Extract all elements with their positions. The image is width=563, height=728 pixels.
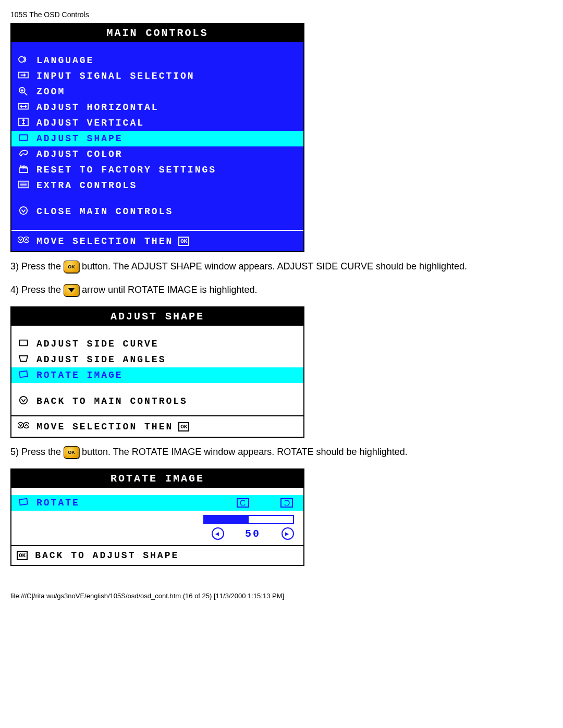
osd-title: ROTATE IMAGE (11, 470, 303, 488)
reset-icon (17, 164, 30, 176)
down-circle-icon (17, 396, 30, 408)
menu-item-rotate-image[interactable]: ROTATE IMAGE (11, 367, 303, 383)
svg-point-14 (18, 237, 23, 243)
osd-title: MAIN CONTROLS (11, 24, 303, 42)
menu-item-back[interactable]: BACK TO MAIN CONTROLS (11, 393, 303, 409)
zoom-icon (17, 86, 30, 98)
back-label: BACK TO ADJUST SHAPE (35, 550, 179, 561)
menu-item-label: ADJUST SIDE ANGLES (36, 354, 166, 365)
menu-item-label: INPUT SIGNAL SELECTION (36, 71, 195, 81)
shape-icon (17, 133, 30, 145)
page-header: 105S The OSD Controls (10, 10, 553, 19)
rotate-right-icon (280, 498, 293, 508)
menu-item-label: RESET TO FACTORY SETTINGS (36, 165, 216, 175)
extra-icon (17, 180, 30, 192)
svg-point-13 (20, 206, 27, 214)
ok-button-icon: OK (64, 446, 79, 459)
svg-point-19 (23, 423, 29, 428)
menu-item-label: EXTRA CONTROLS (36, 180, 137, 191)
osd-footer[interactable]: OK BACK TO ADJUST SHAPE (11, 545, 303, 565)
menu-item-rotate[interactable]: ROTATE (11, 495, 303, 511)
menu-item-label: ADJUST VERTICAL (36, 118, 144, 128)
vertical-icon (17, 117, 30, 129)
menu-item-extra-controls[interactable]: EXTRA CONTROLS (11, 178, 303, 193)
svg-rect-20 (19, 498, 28, 505)
menu-item-label: LANGUAGE (36, 55, 94, 66)
menu-item-side-angles[interactable]: ADJUST SIDE ANGLES (11, 352, 303, 367)
menu-item-label: ADJUST COLOR (36, 149, 123, 159)
menu-item-zoom[interactable]: ZOOM (11, 84, 303, 100)
sideangle-icon (17, 354, 30, 366)
increase-icon[interactable]: ▶ (282, 527, 294, 540)
step-3-text: 3) Press the OK button. The ADJUST SHAPE… (10, 260, 553, 274)
value-bar (203, 515, 294, 524)
svg-point-17 (20, 396, 27, 403)
sidecurve-icon (17, 338, 30, 350)
close-label: CLOSE MAIN CONTROLS (36, 206, 173, 217)
osd-title: ADJUST SHAPE (11, 307, 303, 326)
rotate-icon (17, 497, 30, 509)
down-circle-icon (17, 206, 30, 218)
menu-item-adjust-horizontal[interactable]: ADJUST HORIZONTAL (11, 100, 303, 115)
rotate-value: 50 (245, 528, 261, 540)
menu-item-close[interactable]: CLOSE MAIN CONTROLS (11, 204, 303, 219)
updown-icon (17, 235, 30, 247)
osd-footer: MOVE SELECTION THEN OK (11, 415, 303, 437)
step-5-text: 5) Press the OK button. The ROTATE IMAGE… (10, 445, 553, 459)
page-footer: file:///C|/rita wu/gs3noVE/english/105S/… (10, 592, 553, 600)
footer-text: MOVE SELECTION THEN (36, 236, 173, 246)
rotate-left-icon (237, 498, 249, 508)
updown-icon (17, 421, 30, 433)
menu-item-label: ADJUST HORIZONTAL (36, 102, 159, 113)
svg-line-3 (25, 92, 27, 95)
decrease-icon[interactable]: ◀ (212, 527, 224, 540)
menu-item-reset-factory[interactable]: RESET TO FACTORY SETTINGS (11, 162, 303, 178)
menu-item-label: ADJUST SIDE CURVE (36, 339, 159, 349)
menu-item-label: ROTATE (36, 498, 80, 508)
down-button-icon (64, 284, 79, 297)
rotate-image-osd: ROTATE IMAGE ROTATE ◀ 50 (10, 468, 304, 566)
menu-item-adjust-shape[interactable]: ADJUST SHAPE (11, 131, 303, 146)
ok-button-icon: OK (64, 261, 79, 273)
color-icon (17, 149, 30, 161)
menu-item-label: ROTATE IMAGE (36, 370, 123, 380)
input-icon (17, 70, 30, 82)
svg-point-15 (23, 237, 29, 243)
menu-item-adjust-vertical[interactable]: ADJUST VERTICAL (11, 115, 303, 131)
menu-item-language[interactable]: LANGUAGE (11, 53, 303, 68)
step-4-text: 4) Press the arrow until ROTATE IMAGE is… (10, 283, 553, 297)
svg-point-0 (19, 56, 25, 62)
svg-point-18 (18, 423, 23, 428)
menu-item-side-curve[interactable]: ADJUST SIDE CURVE (11, 336, 303, 352)
adjust-shape-osd: ADJUST SHAPE ADJUST SIDE CURVE ADJUST SI… (10, 306, 304, 438)
menu-item-label: ZOOM (36, 87, 65, 97)
language-icon (17, 55, 30, 67)
menu-item-label: ADJUST SHAPE (36, 133, 123, 144)
main-controls-osd: MAIN CONTROLS LANGUAGE INPUT SIGNAL SELE… (10, 23, 304, 252)
menu-item-input-signal[interactable]: INPUT SIGNAL SELECTION (11, 68, 303, 84)
rotate-icon (17, 369, 30, 381)
horizontal-icon (17, 102, 30, 114)
footer-text: MOVE SELECTION THEN (36, 422, 173, 432)
ok-icon: OK (17, 551, 28, 560)
osd-footer: MOVE SELECTION THEN OK (11, 230, 303, 251)
ok-icon: OK (178, 422, 189, 431)
svg-rect-16 (19, 371, 28, 377)
ok-icon: OK (178, 237, 189, 246)
back-label: BACK TO MAIN CONTROLS (36, 396, 188, 406)
menu-item-adjust-color[interactable]: ADJUST COLOR (11, 146, 303, 162)
